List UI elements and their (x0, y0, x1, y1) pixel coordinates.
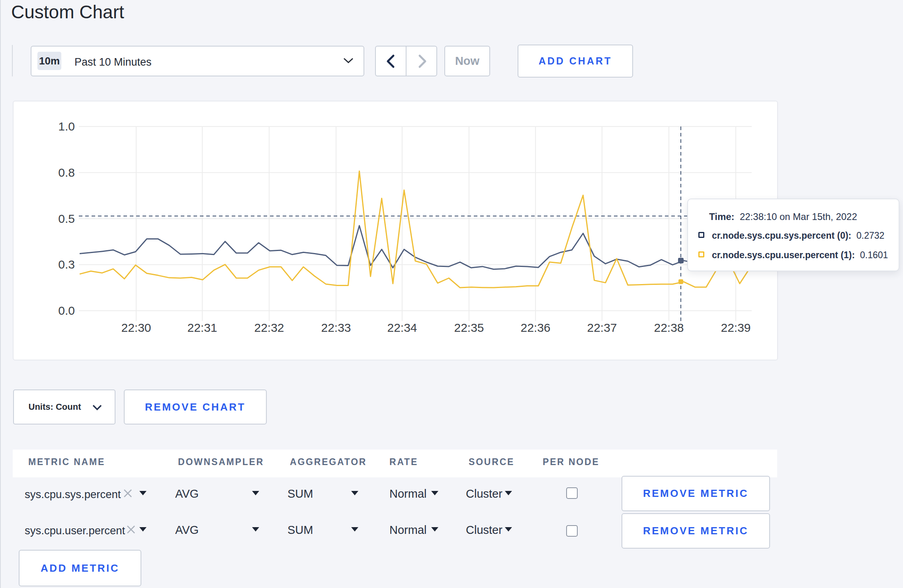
svg-text:22:37: 22:37 (587, 321, 617, 334)
svg-text:22:32: 22:32 (254, 321, 284, 334)
svg-text:22:36: 22:36 (520, 321, 550, 334)
svg-text:22:35: 22:35 (454, 321, 484, 334)
svg-text:22:34: 22:34 (387, 321, 417, 334)
svg-text:22:39: 22:39 (721, 321, 751, 334)
svg-text:1.0: 1.0 (58, 120, 75, 133)
svg-text:22:38: 22:38 (654, 321, 684, 334)
svg-text:0.0: 0.0 (58, 304, 75, 317)
svg-text:0.8: 0.8 (58, 166, 75, 179)
svg-text:0.3: 0.3 (58, 258, 75, 271)
svg-text:22:33: 22:33 (321, 321, 351, 334)
svg-text:22:30: 22:30 (121, 321, 151, 334)
svg-text:0.5: 0.5 (58, 212, 75, 225)
svg-text:22:31: 22:31 (187, 321, 217, 334)
